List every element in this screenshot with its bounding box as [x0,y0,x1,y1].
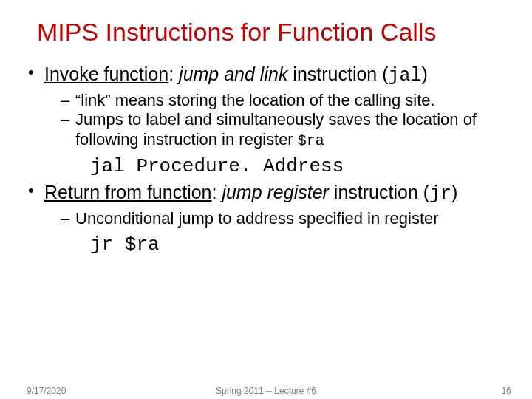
sub-item: Unconditional jump to address specified … [44,209,528,229]
slide: MIPS Instructions for Function Calls Inv… [0,0,532,399]
text: jump register [222,182,329,202]
code-jr-line: jr $ra [90,233,528,257]
text: Return from function [44,182,212,202]
bullet-list: Invoke function: jump and link instructi… [27,63,528,256]
slide-title: MIPS Instructions for Function Calls [37,18,528,47]
bullet-invoke: Invoke function: jump and link instructi… [27,63,528,178]
text: : [168,64,179,84]
text: ) [422,64,428,84]
footer-page: 16 [502,386,511,396]
text: jump and link [179,64,287,84]
sub-item: Jumps to label and simultaneously saves … [44,110,528,150]
sub-list: “link” means storing the location of the… [44,91,528,151]
bullet-return: Return from function: jump register inst… [27,181,528,256]
text: instruction ( [329,182,429,202]
code-jal: jal [389,65,422,86]
sub-list: Unconditional jump to address specified … [44,209,528,229]
code-ra: $ra [298,132,324,149]
text: ) [451,182,457,202]
text: Jumps to label and simultaneously saves … [75,110,477,149]
text: Invoke function [44,64,168,84]
footer-center: Spring 2011 -- Lecture #6 [0,386,532,396]
text: instruction ( [287,64,388,84]
sub-item: “link” means storing the location of the… [44,91,528,111]
text: : [212,182,222,202]
code-jal-line: jal Procedure. Address [90,155,528,179]
code-jr: jr [429,183,451,205]
